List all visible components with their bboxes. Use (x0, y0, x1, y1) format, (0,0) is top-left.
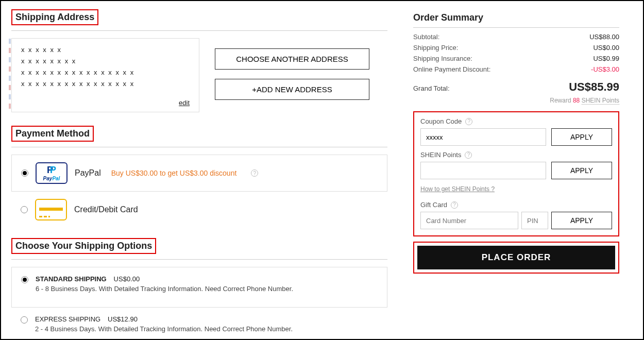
shipping-option-price: US$0.00 (114, 275, 140, 283)
payment-option-card[interactable]: Credit/Debit Card (11, 199, 387, 225)
radio-icon[interactable] (21, 206, 28, 213)
shein-points-input[interactable] (420, 162, 546, 179)
reward-points: Reward 88 SHEIN Points (413, 97, 619, 104)
summary-row: Subtotal:US$88.00 (413, 33, 619, 41)
apply-points-button[interactable]: APPLY (551, 162, 612, 179)
help-icon[interactable]: ? (465, 118, 472, 125)
address-line: x x x x x x x x (21, 57, 190, 65)
coupon-code-label: Coupon Code ? (420, 117, 612, 125)
shipping-options-title: Choose Your Shipping Options (11, 238, 156, 254)
gift-card-pin-input[interactable] (521, 212, 548, 229)
help-icon[interactable]: ? (451, 201, 458, 209)
address-line: x x x x x x (21, 46, 190, 54)
payment-promo-text: Buy US$30.00 to get US$3.00 discount (111, 169, 237, 177)
shipping-option-name: EXPRESS SHIPPING (35, 315, 100, 323)
order-summary-title: Order Summary (413, 12, 619, 23)
address-line: x x x x x x x x x x x x x x x x (21, 80, 190, 88)
shipping-option-express[interactable]: EXPRESS SHIPPING US$12.90 2 - 4 Business… (11, 308, 387, 333)
grand-total: Grand Total: US$85.99 (413, 80, 619, 94)
radio-icon[interactable] (21, 316, 28, 324)
payment-method-title: Payment Method (11, 126, 94, 142)
shipping-option-standard[interactable]: STANDARD SHIPPING US$0.00 6 - 8 Business… (21, 275, 378, 293)
apply-gift-card-button[interactable]: APPLY (551, 212, 612, 229)
choose-another-address-button[interactable]: CHOOSE ANOTHER ADDRESS (215, 48, 369, 70)
summary-row: Shipping Insurance:US$0.99 (413, 55, 619, 62)
address-line: x x x x x x x x x x x x x x x x (21, 69, 190, 76)
help-icon[interactable]: ? (251, 169, 258, 177)
shipping-option-price: US$12.90 (108, 315, 138, 323)
shipping-option-desc: 2 - 4 Business Days. With Detailed Track… (35, 325, 293, 333)
add-new-address-button[interactable]: +ADD NEW ADDRESS (215, 79, 369, 100)
summary-row: Online Payment Discount:-US$3.00 (413, 65, 619, 73)
gift-card-number-input[interactable] (420, 212, 518, 229)
paypal-logo-icon: PP PayPal (36, 162, 67, 184)
place-order-button[interactable]: PLACE ORDER (417, 246, 615, 269)
credit-card-icon (35, 199, 67, 220)
gift-card-label: Gift Card ? (420, 201, 612, 209)
radio-selected-icon[interactable] (21, 169, 28, 177)
payment-label: Credit/Debit Card (74, 205, 138, 214)
address-card: x x x x x x x x x x x x x x x x x x x x … (11, 38, 199, 112)
coupon-code-input[interactable] (420, 128, 546, 146)
shipping-option-desc: 6 - 8 Business Days. With Detailed Track… (36, 285, 293, 293)
payment-label: PayPal (75, 168, 101, 178)
shein-points-label: SHEIN Points ? (420, 151, 612, 159)
payment-option-paypal[interactable]: PP PayPal PayPal Buy US$30.00 to get US$… (11, 155, 387, 192)
radio-selected-icon[interactable] (21, 276, 28, 283)
apply-coupon-button[interactable]: APPLY (551, 128, 612, 146)
summary-row: Shipping Price:US$0.00 (413, 44, 619, 52)
shipping-address-title: Shipping Address (11, 9, 98, 25)
discounts-panel: Coupon Code ? APPLY SHEIN Points ? APPLY… (413, 111, 619, 236)
help-icon[interactable]: ? (465, 151, 472, 159)
how-to-get-points-link[interactable]: How to get SHEIN Points ? (420, 185, 495, 193)
edit-address-link[interactable]: edit (21, 99, 190, 107)
shipping-option-name: STANDARD SHIPPING (36, 275, 107, 283)
